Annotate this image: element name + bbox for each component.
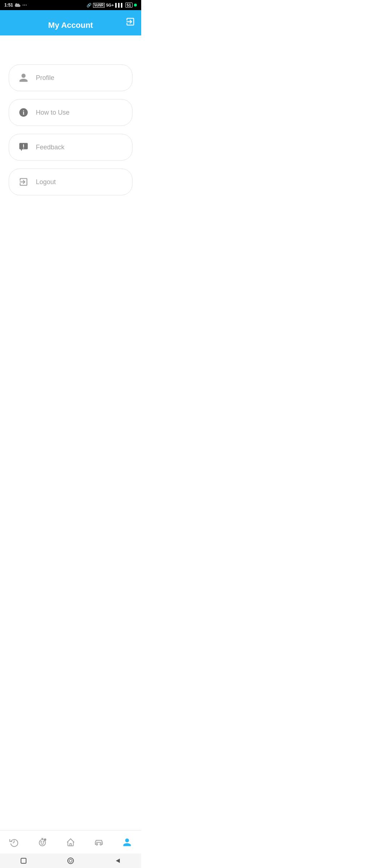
green-dot: [134, 4, 137, 7]
how-to-use-menu-item[interactable]: i How to Use: [9, 99, 133, 126]
link-icon: 🔗: [87, 3, 92, 8]
profile-menu-item[interactable]: Profile: [9, 64, 133, 91]
info-icon: i: [17, 106, 30, 119]
feedback-label: Feedback: [36, 144, 64, 151]
how-to-use-label: How to Use: [36, 109, 70, 116]
main-content: Profile i How to Use Feedback: [0, 54, 141, 283]
page-title: My Account: [48, 21, 93, 30]
logout-icon: [17, 175, 30, 188]
volte-icon: VoNR: [93, 3, 105, 8]
svg-rect-5: [23, 148, 24, 148]
time-label: 1:51: [4, 3, 13, 8]
feedback-menu-item[interactable]: Feedback: [9, 134, 133, 161]
status-left: 1:51 ···: [4, 3, 27, 8]
header-logout-button[interactable]: [125, 17, 135, 29]
svg-text:i: i: [23, 109, 25, 116]
dots-label: ···: [22, 3, 27, 8]
cloud-status-icon: [15, 3, 21, 7]
profile-label: Profile: [36, 74, 54, 82]
svg-marker-3: [21, 149, 22, 151]
cloud-svg: [0, 35, 141, 54]
header: My Account: [0, 10, 141, 35]
status-right: 🔗 VoNR 5G+ ▌▌▌ 51: [87, 3, 137, 8]
logout-header-icon: [125, 17, 135, 27]
network-label: 5G+: [106, 3, 114, 7]
signal-icon: ▌▌▌: [115, 3, 123, 7]
logout-label: Logout: [36, 178, 56, 186]
svg-rect-4: [23, 144, 24, 147]
battery-label: 51: [125, 3, 133, 8]
feedback-icon: [17, 141, 30, 154]
status-bar: 1:51 ··· 🔗 VoNR 5G+ ▌▌▌ 51: [0, 0, 141, 10]
logout-menu-item[interactable]: Logout: [9, 169, 133, 195]
cloud-divider: [0, 35, 141, 54]
person-icon: [17, 71, 30, 84]
